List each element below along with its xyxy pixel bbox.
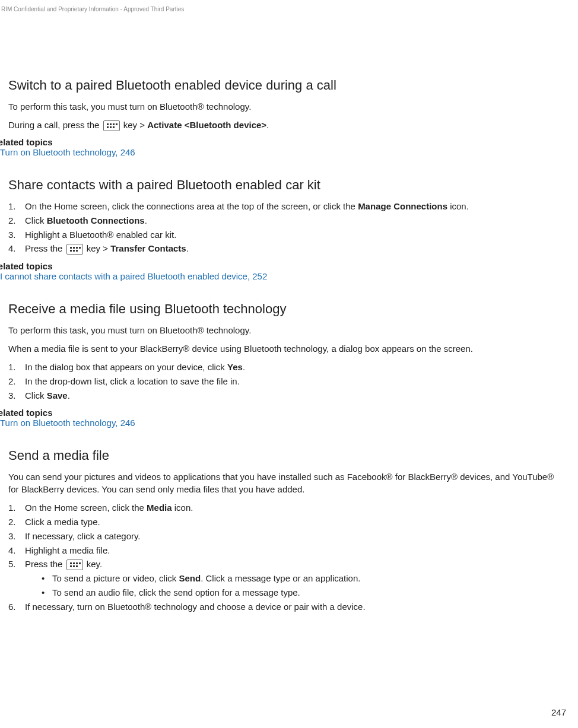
- s4-step5-post: key.: [84, 559, 103, 569]
- s4-step5-bullets: To send a picture or video, click Send. …: [42, 572, 561, 599]
- s1-related-link[interactable]: Turn on Bluetooth technology, 246: [0, 147, 135, 157]
- s1-instruction: During a call, press the key > Activate …: [8, 119, 561, 131]
- heading-share-contacts: Share contacts with a paired Bluetooth e…: [8, 177, 561, 193]
- s2-step-4: Press the key > Transfer Contacts.: [8, 242, 561, 255]
- s2-step1-pre: On the Home screen, click the connection…: [25, 201, 358, 211]
- s1-line-bold: Activate <Bluetooth device>: [147, 120, 266, 130]
- s3-step-3: Click Save.: [8, 389, 561, 402]
- s4-intro: You can send your pictures and videos to…: [8, 471, 561, 495]
- s2-step2-post: .: [145, 215, 147, 225]
- s2-related-label: Related topics: [0, 261, 561, 271]
- s1-related-label: Related topics: [0, 137, 561, 147]
- s4-bullet-2: To send an audio file, click the send op…: [42, 586, 561, 599]
- menu-key-icon: [103, 120, 120, 131]
- s4-bullet1-post: . Click a message type or an application…: [201, 573, 360, 583]
- s2-step2-pre: Click: [25, 215, 47, 225]
- s2-steps: On the Home screen, click the connection…: [8, 200, 561, 255]
- s2-step-3: Highlight a Bluetooth® enabled car kit.: [8, 228, 561, 241]
- menu-key-icon: [66, 559, 83, 570]
- s2-step4-mid: key >: [84, 243, 111, 253]
- s1-line-mid: key >: [121, 120, 148, 130]
- s2-step1-post: icon.: [447, 201, 469, 211]
- page-number: 247: [551, 707, 566, 717]
- s3-related-label: Related topics: [0, 408, 561, 418]
- s3-step3-bold: Save: [47, 390, 68, 400]
- s2-step4-pre: Press the: [25, 243, 65, 253]
- s4-bullet1-bold: Send: [179, 573, 201, 583]
- s3-step-1: In the dialog box that appears on your d…: [8, 361, 561, 374]
- heading-switch-bluetooth: Switch to a paired Bluetooth enabled dev…: [8, 78, 561, 93]
- s4-step-2: Click a media type.: [8, 516, 561, 529]
- page-content: Switch to a paired Bluetooth enabled dev…: [0, 78, 570, 613]
- s4-step-3: If necessary, click a category.: [8, 530, 561, 543]
- header-confidential-note: RIM Confidential and Proprietary Informa…: [1, 6, 570, 12]
- s3-step1-pre: In the dialog box that appears on your d…: [25, 362, 227, 372]
- menu-key-icon: [66, 244, 83, 255]
- s3-related-link[interactable]: Turn on Bluetooth technology, 246: [0, 418, 135, 428]
- s3-intro: To perform this task, you must turn on B…: [8, 324, 561, 336]
- s4-step-4: Highlight a media file.: [8, 544, 561, 557]
- s4-step1-pre: On the Home screen, click the: [25, 503, 147, 513]
- s4-bullet1-pre: To send a picture or video, click: [52, 573, 179, 583]
- s3-step1-post: .: [243, 362, 245, 372]
- s4-steps: On the Home screen, click the Media icon…: [8, 501, 561, 613]
- heading-receive-media: Receive a media file using Bluetooth tec…: [8, 301, 561, 317]
- s2-step-2: Click Bluetooth Connections.: [8, 214, 561, 227]
- heading-send-media: Send a media file: [8, 448, 561, 463]
- s3-step3-post: .: [68, 390, 70, 400]
- s4-step-6: If necessary, turn on Bluetooth® technol…: [8, 600, 561, 613]
- s3-step3-pre: Click: [25, 390, 47, 400]
- s3-steps: In the dialog box that appears on your d…: [8, 361, 561, 402]
- s2-step1-bold: Manage Connections: [358, 201, 447, 211]
- s2-step-1: On the Home screen, click the connection…: [8, 200, 561, 213]
- s4-bullet-1: To send a picture or video, click Send. …: [42, 572, 561, 585]
- s4-step5-pre: Press the: [25, 559, 65, 569]
- s2-step2-bold: Bluetooth Connections: [47, 215, 145, 225]
- s4-step-5: Press the key. To send a picture or vide…: [8, 558, 561, 599]
- s4-step1-bold: Media: [147, 503, 172, 513]
- s3-step1-bold: Yes: [227, 362, 243, 372]
- s3-intro2: When a media file is sent to your BlackB…: [8, 342, 561, 355]
- s1-line-end: .: [266, 120, 269, 130]
- s4-step-1: On the Home screen, click the Media icon…: [8, 501, 561, 514]
- s2-step4-bold: Transfer Contacts: [110, 243, 186, 253]
- s1-line-pre: During a call, press the: [8, 120, 102, 130]
- s2-step4-post: .: [186, 243, 189, 253]
- s4-step1-post: icon.: [172, 503, 193, 513]
- s3-step-2: In the drop-down list, click a location …: [8, 375, 561, 388]
- s2-related-link[interactable]: I cannot share contacts with a paired Bl…: [0, 271, 267, 281]
- s1-intro: To perform this task, you must turn on B…: [8, 100, 561, 113]
